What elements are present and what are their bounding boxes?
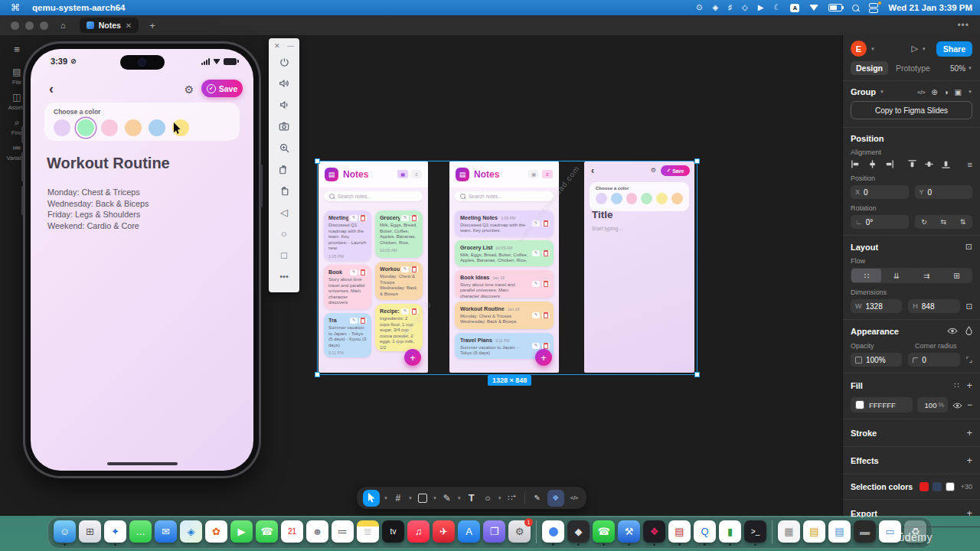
dev-mode-icon[interactable]: </> — [917, 89, 925, 96]
blend-droplet-icon[interactable] — [965, 326, 972, 337]
back-button[interactable]: ‹ — [49, 81, 54, 97]
window-more-icon[interactable]: ••• — [957, 20, 969, 31]
screen-record-icon[interactable]: ⊙ — [696, 4, 702, 11]
minimize-window-button[interactable] — [25, 21, 34, 30]
dock-file-document-2[interactable]: ▤ — [828, 520, 851, 543]
save-button[interactable]: ✓Save — [201, 80, 243, 97]
design-mode-toggle[interactable]: ❖ — [547, 490, 564, 507]
edit-icon[interactable]: ✎ — [350, 318, 358, 324]
dev-mode-toggle[interactable]: </> — [568, 490, 580, 507]
zoom-icon[interactable] — [269, 137, 299, 158]
color-swatch-green[interactable] — [641, 193, 652, 204]
remove-fill-icon[interactable]: − — [967, 399, 972, 410]
screenshot-icon[interactable] — [269, 116, 299, 137]
dock-reminders[interactable]: ≔ — [332, 520, 354, 543]
selection-handle[interactable] — [694, 372, 700, 377]
selection-color-white[interactable] — [946, 482, 955, 491]
avatar-chevron-icon[interactable]: ▼ — [871, 47, 875, 51]
y-position-input[interactable]: Y0 — [915, 185, 973, 199]
edit-icon[interactable]: ✎ — [532, 220, 540, 227]
rail-label-variable[interactable]: Variable — [7, 155, 28, 161]
layout-settings-icon[interactable]: ⊡ — [965, 242, 972, 252]
edit-icon[interactable]: ✎ — [401, 215, 409, 221]
dock-messages[interactable]: … — [129, 520, 152, 543]
dock-appstore[interactable]: A — [458, 520, 480, 543]
share-button[interactable]: Share — [936, 41, 972, 57]
delete-icon[interactable] — [359, 269, 367, 276]
rail-label-file[interactable]: File — [12, 79, 21, 86]
constrain-proportions-icon[interactable]: ⊡ — [966, 302, 972, 311]
fill-visibility-eye-icon[interactable] — [952, 398, 962, 412]
color-swatch-blue[interactable] — [149, 119, 165, 136]
delete-icon[interactable] — [410, 266, 418, 272]
independent-corners-icon[interactable]: ⌜⌟ — [966, 356, 972, 364]
close-window-button[interactable] — [11, 21, 19, 30]
shape-tool[interactable] — [416, 490, 429, 507]
height-input[interactable]: H848 — [908, 299, 959, 313]
edit-icon[interactable]: ✎ — [350, 269, 358, 276]
pen-tool[interactable]: ✎ — [441, 490, 453, 507]
canvas-frame-list-view[interactable]: ▤ Notes ▦ ≡ Search notes... Meeting Note… — [449, 161, 559, 373]
input-source-icon[interactable]: A — [790, 4, 799, 12]
color-swatch-blue[interactable] — [611, 193, 622, 204]
overview-icon[interactable]: □ — [269, 244, 299, 266]
color-swatch-mint-selected[interactable] — [77, 119, 94, 136]
dock-terminal[interactable]: >_ — [744, 520, 766, 546]
visibility-eye-icon[interactable] — [947, 327, 958, 336]
copy-to-figma-slides-button[interactable]: Copy to Figma Slides — [851, 101, 972, 119]
move-tool-chevron[interactable]: ▼ — [384, 496, 388, 500]
dock-file-document-1[interactable]: ▤ — [803, 520, 825, 543]
edit-icon[interactable]: ✎ — [532, 343, 540, 349]
home-icon[interactable]: ⌂ — [60, 21, 66, 30]
text-tool[interactable]: T — [466, 490, 478, 507]
note-card-book[interactable]: Book✎ Story about time travel and parall… — [324, 265, 371, 309]
dock-photos[interactable]: ✿ — [205, 520, 227, 543]
list-item-grocery-list[interactable]: Grocery List10:05 AM Milk, Eggs, Bread, … — [455, 240, 554, 266]
grid-view-toggle[interactable]: ▦ — [528, 170, 539, 178]
list-item-workout-routine[interactable]: Workout RoutineJan 18 Monday: Chest & Tr… — [455, 302, 554, 329]
tab-prototype[interactable]: Prototype — [896, 64, 930, 73]
align-horizontal-center-icon[interactable] — [867, 159, 877, 169]
rotate-right-icon[interactable] — [269, 180, 299, 201]
edit-icon[interactable]: ✎ — [350, 215, 358, 221]
list-item-book-ideas[interactable]: Book IdeasJan 19 Story about time travel… — [455, 270, 554, 298]
battery-icon[interactable] — [828, 4, 842, 11]
selection-color-navy[interactable] — [933, 482, 942, 491]
edit-icon[interactable]: ✎ — [532, 312, 540, 318]
corner-radius-input[interactable]: 0 — [908, 353, 959, 367]
tab-notes[interactable]: Notes ✕ — [80, 18, 139, 33]
pen-tool-chevron[interactable]: ▼ — [457, 496, 462, 500]
dock-calendar[interactable]: 21 — [281, 520, 303, 543]
delete-icon[interactable] — [542, 312, 550, 318]
flow-horizontal-icon[interactable]: ⇉ — [912, 269, 942, 282]
ellipse-tool[interactable]: ○ — [482, 490, 494, 507]
add-fill-icon[interactable]: + — [966, 380, 972, 391]
fill-styles-icon[interactable]: ∷ — [954, 381, 959, 390]
actions-icon[interactable]: ∷⁺ — [506, 490, 518, 507]
new-tab-button[interactable]: + — [149, 20, 155, 31]
edit-icon[interactable]: ✎ — [401, 308, 409, 315]
color-swatch-peach[interactable] — [125, 119, 142, 136]
color-swatch-lavender[interactable] — [54, 119, 70, 136]
ellipse-tool-chevron[interactable]: ▼ — [498, 496, 502, 500]
list-view-toggle[interactable]: ≡ — [542, 170, 553, 178]
canvas-frame-grid-view[interactable]: ▤ Notes ▦ ≡ Search notes... Meeting✎ Dis… — [318, 161, 428, 373]
add-export-icon[interactable]: + — [966, 507, 972, 519]
x-position-input[interactable]: X0 — [851, 185, 909, 199]
color-swatch-orange[interactable] — [671, 193, 683, 204]
delete-icon[interactable] — [359, 215, 367, 221]
color-swatch-pink[interactable] — [626, 193, 638, 204]
note-card-grocery[interactable]: Grocery✎ Milk, Eggs, Bread, Butter, Coff… — [375, 210, 423, 258]
dock-xcode[interactable]: ⚒ — [618, 520, 640, 546]
note-body[interactable]: Monday: Chest & Triceps Wednesday: Back … — [47, 187, 149, 231]
dock-document-app[interactable]: ▤ — [668, 520, 691, 546]
color-swatch-yellow[interactable] — [656, 193, 668, 204]
add-note-fab[interactable]: + — [404, 349, 421, 366]
settings-gear-icon[interactable]: ⚙ — [184, 83, 194, 96]
moon-icon[interactable]: ☾ — [774, 4, 781, 11]
main-menu-icon[interactable]: ≡ — [14, 44, 20, 54]
canvas-frame-editor-view[interactable]: ‹ ⚙ ✓Save Choose a color Title Start typ… — [584, 161, 694, 373]
color-swatch-pink[interactable] — [101, 119, 118, 136]
dock-rocket-app[interactable]: ✈ — [433, 520, 455, 543]
component-icon[interactable]: ⊕ — [931, 88, 937, 96]
